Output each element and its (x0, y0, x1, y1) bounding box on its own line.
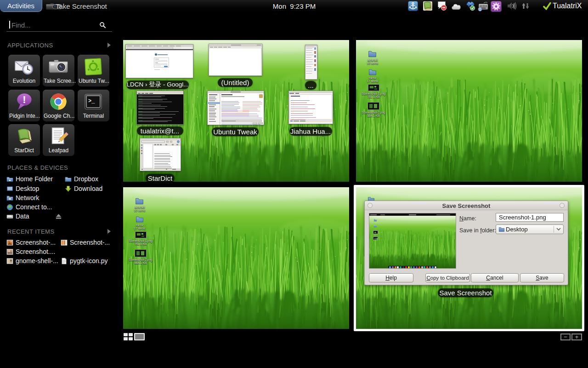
svg-text:!: ! (23, 94, 26, 105)
svg-text:>_: >_ (88, 98, 95, 104)
